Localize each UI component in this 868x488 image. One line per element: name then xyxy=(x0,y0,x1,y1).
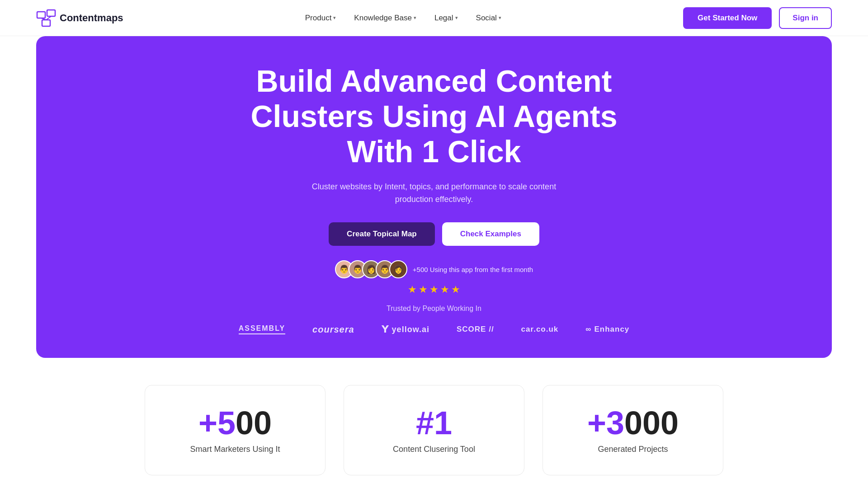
svg-rect-0 xyxy=(37,12,45,18)
stat-number-projects: +3000 xyxy=(587,407,679,439)
brand-name: Contentmaps xyxy=(60,12,123,24)
logos-row: ASSEMBLY coursera 𝗬 yellow.ai SCORE // c… xyxy=(54,324,814,335)
stat-number-marketers: +500 xyxy=(198,407,272,439)
enhancy-logo: ∞ Enhancy xyxy=(585,325,629,334)
get-started-button[interactable]: Get Started Now xyxy=(683,7,772,29)
yellowai-logo: 𝗬 yellow.ai xyxy=(382,324,429,335)
svg-rect-2 xyxy=(42,20,50,26)
social-proof: 👨 👨 👩 👨 👩 +500 Using this app from the f… xyxy=(54,260,814,278)
star-1: ★ xyxy=(408,284,417,296)
svg-rect-1 xyxy=(47,10,55,16)
chevron-down-icon: ▾ xyxy=(333,15,336,21)
chevron-down-icon: ▾ xyxy=(414,15,416,21)
hero-title: Build Advanced Content Clusters Using AI… xyxy=(231,63,637,169)
star-5: ★ xyxy=(451,284,460,296)
nav-legal[interactable]: Legal ▾ xyxy=(434,14,458,23)
avatar: 👩 xyxy=(389,260,407,278)
nav-links: Product ▾ Knowledge Base ▾ Legal ▾ Socia… xyxy=(305,14,501,23)
stats-section: +500 Smart Marketers Using It #1 Content… xyxy=(0,367,868,475)
enhancy-icon: ∞ xyxy=(585,325,591,334)
hero-subtitle: Cluster websites by Intent, topics, and … xyxy=(307,180,561,206)
check-examples-button[interactable]: Check Examples xyxy=(442,222,539,246)
social-proof-text: +500 Using this app from the first month xyxy=(413,266,533,273)
logo-link[interactable]: Contentmaps xyxy=(36,8,123,28)
nav-actions: Get Started Now Sign in xyxy=(683,7,832,29)
stat-card-marketers: +500 Smart Marketers Using It xyxy=(145,385,326,475)
chevron-down-icon: ▾ xyxy=(455,15,458,21)
avatars: 👨 👨 👩 👨 👩 xyxy=(335,260,407,278)
trusted-text: Trusted by People Working In xyxy=(54,305,814,313)
create-topical-map-button[interactable]: Create Topical Map xyxy=(329,222,435,246)
logo-icon xyxy=(36,8,56,28)
nav-product[interactable]: Product ▾ xyxy=(305,14,336,23)
star-2: ★ xyxy=(419,284,428,296)
yellowai-y-icon: 𝗬 xyxy=(382,324,389,335)
signin-button[interactable]: Sign in xyxy=(779,7,832,29)
navbar: Contentmaps Product ▾ Knowledge Base ▾ L… xyxy=(0,0,868,36)
stat-number-tool: #1 xyxy=(416,407,452,439)
stat-card-tool: #1 Content Clusering Tool xyxy=(344,385,524,475)
hero-buttons: Create Topical Map Check Examples xyxy=(54,222,814,246)
chevron-down-icon: ▾ xyxy=(499,15,501,21)
stat-card-projects: +3000 Generated Projects xyxy=(542,385,723,475)
stat-label-projects: Generated Projects xyxy=(598,445,668,454)
star-4: ★ xyxy=(440,284,449,296)
hero-section: Build Advanced Content Clusters Using AI… xyxy=(36,36,832,358)
nav-social[interactable]: Social ▾ xyxy=(476,14,501,23)
star-3: ★ xyxy=(429,284,439,296)
nav-knowledge-base[interactable]: Knowledge Base ▾ xyxy=(354,14,416,23)
stat-label-marketers: Smart Marketers Using It xyxy=(190,445,280,454)
assembly-logo: ASSEMBLY xyxy=(239,324,285,334)
score-logo: SCORE // xyxy=(457,325,494,334)
stat-label-tool: Content Clusering Tool xyxy=(393,445,475,454)
coursera-logo: coursera xyxy=(312,324,354,335)
star-rating: ★ ★ ★ ★ ★ xyxy=(54,284,814,296)
carco-logo: car.co.uk xyxy=(521,325,559,334)
